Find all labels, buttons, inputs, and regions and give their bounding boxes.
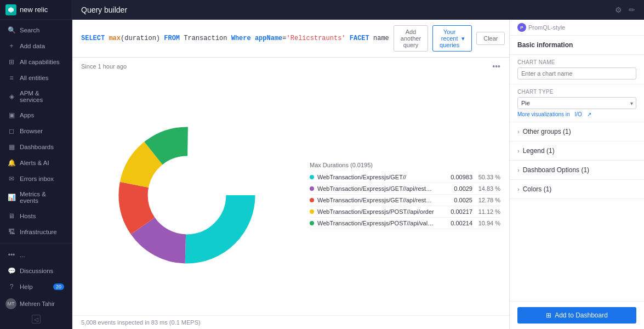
max-function: max bbox=[109, 35, 121, 42]
sidebar-item-label: Errors inbox bbox=[20, 175, 54, 182]
sidebar-item-label: Metrics & events bbox=[20, 191, 64, 204]
infra-icon: 🏗 bbox=[8, 228, 15, 236]
sidebar-item-label: Help bbox=[20, 283, 33, 290]
legend-area: Max Durations (0.0195) WebTransaction/Ex… bbox=[301, 75, 509, 315]
facet-keyword: FACET bbox=[350, 35, 369, 42]
apm-icon: ◈ bbox=[8, 93, 15, 100]
clear-button[interactable]: Clear bbox=[476, 32, 505, 45]
section-dashboard-options[interactable]: › Dashboard Options (1) bbox=[510, 161, 644, 180]
legend-value-4: 0.00214 bbox=[442, 220, 472, 226]
legend-row-4: WebTransaction/Expressjs/POST//api/valid… bbox=[310, 218, 500, 229]
sidebar-item-alerts-ai[interactable]: 🔔 Alerts & AI bbox=[2, 155, 70, 171]
chevron-right-icon: › bbox=[517, 148, 520, 154]
sidebar-item-label: Alerts & AI bbox=[20, 160, 49, 166]
legend-name-3: WebTransaction/Expressjs/POST//api/order bbox=[317, 208, 435, 215]
where-keyword: Where bbox=[231, 35, 251, 42]
chart-type-select[interactable]: Pie Bar Line Table Billboard bbox=[517, 97, 636, 109]
sidebar-collapse-button[interactable]: ◁ bbox=[32, 315, 41, 324]
section-legend-title: Legend (1) bbox=[523, 147, 555, 155]
legend-value-0: 0.00983 bbox=[442, 174, 472, 180]
section-other-groups-title: Other groups (1) bbox=[523, 128, 571, 135]
legend-dot-0 bbox=[310, 175, 314, 179]
section-other-groups[interactable]: › Other groups (1) bbox=[510, 122, 644, 141]
chart-name-field: Chart name bbox=[510, 55, 644, 84]
sidebar-item-search[interactable]: 🔍 Search bbox=[2, 22, 70, 38]
section-colors-header[interactable]: › Colors (1) bbox=[510, 180, 644, 198]
sidebar-item-discussions[interactable]: 💬 Discussions bbox=[2, 263, 70, 279]
promql-label: PromQL-style bbox=[528, 24, 565, 31]
legend-row-0: WebTransaction/Expressjs/GET// 0.00983 5… bbox=[310, 172, 500, 183]
hosts-icon: 🖥 bbox=[8, 212, 15, 220]
sidebar-item-all-capabilities[interactable]: ⊞ All capabilities bbox=[2, 54, 70, 70]
section-colors-title: Colors (1) bbox=[523, 185, 552, 193]
inbox-icon: ✉ bbox=[8, 175, 15, 183]
legend-row-1: WebTransaction/Expressjs/GET//api/restau… bbox=[310, 183, 500, 195]
external-link-icon: ↗ bbox=[587, 111, 591, 117]
metrics-icon: 📊 bbox=[8, 194, 15, 201]
add-query-button[interactable]: Add another query bbox=[394, 25, 428, 52]
query-bar: SELECT max(duration) FROM Transaction Wh… bbox=[72, 20, 509, 58]
basic-info-title: Basic information bbox=[517, 41, 636, 49]
donut-center bbox=[149, 157, 225, 234]
edit-icon[interactable]: ✏ bbox=[629, 5, 635, 14]
sidebar-item-add-data[interactable]: + Add data bbox=[2, 38, 70, 54]
user-name: Mehren Tahir bbox=[20, 300, 55, 307]
chart-name-input[interactable] bbox=[517, 67, 636, 80]
sidebar-item-errors-inbox[interactable]: ✉ Errors inbox bbox=[2, 171, 70, 186]
select-keyword: SELECT bbox=[81, 35, 105, 42]
sidebar-item-label: All entities bbox=[20, 75, 48, 81]
alerts-icon: 🔔 bbox=[8, 159, 15, 167]
section-legend[interactable]: › Legend (1) bbox=[510, 141, 644, 161]
sidebar-item-dashboards[interactable]: ▦ Dashboards bbox=[2, 139, 70, 155]
sidebar-item-more-label: ... bbox=[20, 252, 25, 258]
chevron-right-icon: › bbox=[517, 128, 520, 135]
sidebar-item-label: Dashboards bbox=[20, 144, 54, 150]
sidebar-item-apps[interactable]: ▣ Apps bbox=[2, 107, 70, 123]
legend-pct-4: 10.94 % bbox=[476, 220, 500, 226]
sidebar-item-metrics-events[interactable]: 📊 Metrics & events bbox=[2, 187, 70, 208]
legend-row-2: WebTransaction/Expressjs/GET//api/restau… bbox=[310, 195, 500, 206]
sidebar-item-more[interactable]: ••• ... bbox=[2, 247, 70, 263]
apps-icon: ▣ bbox=[8, 111, 15, 119]
app-header: Query builder ⚙ ✏ bbox=[72, 0, 644, 20]
page-title: Query builder bbox=[81, 5, 127, 14]
sidebar-item-browser[interactable]: ◻ Browser bbox=[2, 123, 70, 139]
string-value: 'Relicstraunts' bbox=[287, 35, 346, 42]
sidebar-item-label: Add data bbox=[20, 43, 45, 49]
legend-dot-2 bbox=[310, 198, 314, 202]
section-colors[interactable]: › Colors (1) bbox=[510, 180, 644, 199]
main-area: Query builder ⚙ ✏ SELECT max(duration) F… bbox=[72, 0, 644, 329]
from-keyword: FROM bbox=[164, 35, 180, 42]
recent-queries-button[interactable]: Your recent queries ▾ bbox=[432, 25, 472, 52]
transaction-entity: Transaction bbox=[184, 35, 227, 42]
chart-options-button[interactable]: ••• bbox=[492, 62, 500, 71]
legend-dot-3 bbox=[310, 209, 314, 214]
add-to-dashboard-bar: ⊞ Add to Dashboard bbox=[510, 301, 644, 329]
settings-icon[interactable]: ⚙ bbox=[615, 5, 622, 14]
section-dashboard-options-title: Dashboard Options (1) bbox=[523, 166, 589, 174]
user-profile[interactable]: MT Mehren Tahir bbox=[0, 295, 72, 313]
section-dashboard-options-header[interactable]: › Dashboard Options (1) bbox=[510, 161, 644, 179]
basic-info-header: Basic information bbox=[510, 36, 644, 55]
more-visualizations-link[interactable]: More visualizations in I/O ↗ bbox=[517, 111, 636, 117]
legend-pct-3: 11.12 % bbox=[476, 208, 500, 215]
svg-marker-0 bbox=[8, 7, 14, 13]
browser-icon: ◻ bbox=[8, 127, 15, 135]
legend-value-3: 0.00217 bbox=[442, 208, 472, 215]
legend-value-2: 0.0025 bbox=[442, 197, 472, 203]
section-legend-header[interactable]: › Legend (1) bbox=[510, 141, 644, 160]
sidebar-item-hosts[interactable]: 🖥 Hosts bbox=[2, 208, 70, 224]
sidebar-item-infrastructure[interactable]: 🏗 Infrastructure bbox=[2, 224, 70, 240]
header-icons: ⚙ ✏ bbox=[615, 5, 635, 14]
appname-keyword: appName bbox=[255, 35, 282, 42]
legend-pct-1: 14.83 % bbox=[476, 185, 500, 192]
sidebar-nav: 🔍 Search + Add data ⊞ All capabilities ≡… bbox=[0, 20, 72, 243]
sidebar-item-help[interactable]: ? Help 20 bbox=[2, 279, 70, 294]
add-to-dashboard-button[interactable]: ⊞ Add to Dashboard bbox=[517, 307, 636, 324]
promql-bar[interactable]: P PromQL-style bbox=[510, 20, 644, 36]
sidebar-item-all-entities[interactable]: ≡ All entities bbox=[2, 70, 70, 86]
query-text: SELECT max(duration) FROM Transaction Wh… bbox=[81, 35, 389, 42]
sidebar: new relic 🔍 Search + Add data ⊞ All capa… bbox=[0, 0, 72, 329]
section-other-groups-header[interactable]: › Other groups (1) bbox=[510, 122, 644, 141]
sidebar-item-apm-services[interactable]: ◈ APM & services bbox=[2, 86, 70, 107]
